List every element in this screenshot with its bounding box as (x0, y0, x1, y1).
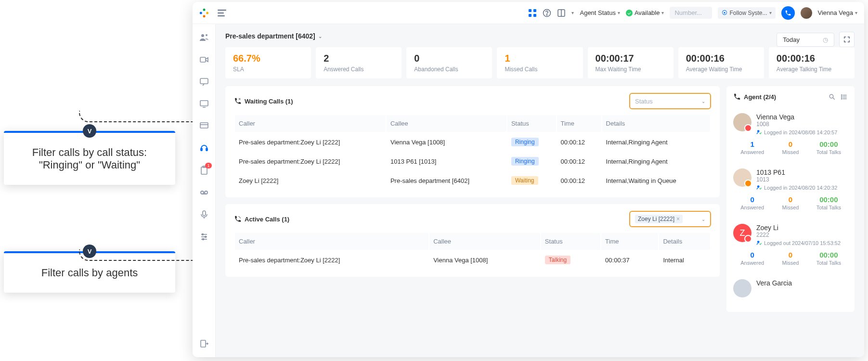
table-header: Time (601, 233, 658, 250)
list-icon[interactable] (841, 93, 848, 101)
cell-callee: Vienna Vega [1008] (429, 251, 540, 269)
connector-curve (79, 111, 91, 122)
table-row[interactable]: Zoey Li [2222] Pre-sales department [640… (235, 171, 710, 190)
mic-icon[interactable] (199, 210, 209, 219)
stat-card: 00:00:16Average Talking Time (769, 47, 855, 78)
table-header: Callee (387, 115, 506, 132)
date-filter[interactable]: Today◷ (777, 33, 834, 47)
voicemail-icon[interactable] (199, 188, 209, 197)
stat-value: 66.7% (233, 53, 303, 64)
agent-missed: 0 (771, 195, 809, 204)
agent-status-dropdown[interactable]: Agent Status▾ (580, 9, 620, 16)
stat-label: Abandoned Calls (414, 66, 484, 73)
main-content: Pre-sales department [6402]⌄ Today◷ 66.7… (216, 24, 864, 357)
agent-avatar (733, 279, 751, 297)
svg-rect-6 (529, 14, 531, 17)
panel-title: Active Calls (1) (234, 215, 289, 223)
contacts-icon[interactable] (199, 33, 209, 42)
svg-point-0 (203, 8, 206, 11)
headset-icon[interactable] (199, 143, 209, 153)
stat-card: 0Abandoned Calls (406, 47, 492, 78)
table-header: Status (507, 115, 556, 132)
agent-icon (733, 93, 741, 101)
svg-point-43 (757, 130, 759, 132)
active-calls-table: CallerCalleeStatusTimeDetails Pre-sales … (234, 232, 711, 270)
stat-card: 00:00:16Average Waiting Time (678, 47, 764, 78)
status-badge: Waiting (511, 176, 538, 185)
svg-point-13 (206, 34, 207, 36)
agent-card[interactable]: 1013 P61 1013 Logged in 2024/08/20 14:20… (733, 163, 848, 218)
status-badge: Talking (545, 256, 570, 264)
callout-status-filter: V Filter calls by call status: "Ringing"… (4, 131, 175, 185)
chip-remove-icon[interactable]: × (676, 216, 680, 222)
table-header: Details (602, 115, 710, 132)
agent-panel-title: Agent (2/4) (744, 93, 776, 101)
svg-point-33 (202, 239, 204, 240)
agent-missed: 0 (771, 251, 809, 259)
table-row[interactable]: Pre-sales department:Zoey Li [2222] 1013… (235, 152, 710, 170)
agent-talks: 00:00 (810, 195, 848, 204)
app-window: ▾ Agent Status▾ Available▾ Number... ⦿Fo… (193, 2, 864, 357)
agent-name: Zoey Li (756, 224, 848, 232)
cell-details: Internal,Ringing Agent (602, 133, 710, 151)
agent-answered: 0 (733, 251, 771, 259)
settings-icon[interactable] (199, 232, 209, 242)
svg-rect-15 (200, 78, 208, 84)
user-menu[interactable]: Vienna Vega▾ (818, 9, 858, 16)
exit-icon[interactable] (199, 339, 209, 348)
agent-card[interactable]: Vera Garcia (733, 273, 848, 305)
expand-button[interactable] (839, 32, 855, 47)
cell-caller: Pre-sales department:Zoey Li [2222] (235, 251, 428, 269)
chat-icon[interactable] (199, 77, 209, 87)
grid-icon[interactable] (528, 9, 537, 17)
search-icon[interactable] (829, 93, 836, 101)
availability-dropdown[interactable]: Available▾ (626, 9, 664, 16)
queue-selector[interactable]: Pre-sales department [6402]⌄ (225, 32, 322, 40)
agent-card[interactable]: Vienna Vega 1008 Logged in 2024/08/08 14… (733, 107, 848, 163)
stats-row: 66.7%SLA2Answered Calls0Abandoned Calls1… (225, 47, 855, 78)
cell-caller: Zoey Li [2222] (235, 171, 386, 190)
menu-toggle-icon[interactable] (218, 10, 226, 16)
video-icon[interactable] (199, 55, 209, 64)
dial-number-input[interactable]: Number... (670, 7, 712, 19)
agent-log-status: Logged out 2024/07/10 15:53:52 (756, 240, 848, 246)
user-avatar[interactable] (801, 7, 812, 19)
table-header: Callee (429, 233, 540, 250)
cell-status: Waiting (507, 171, 556, 190)
table-row[interactable]: Pre-sales department:Zoey Li [2222] Vien… (235, 251, 710, 269)
stat-label: Average Talking Time (777, 66, 847, 73)
cell-status: Talking (541, 251, 600, 269)
status-filter-select[interactable]: Status⌄ (629, 93, 711, 109)
svg-rect-14 (200, 57, 206, 62)
svg-rect-16 (200, 101, 208, 106)
svg-point-44 (757, 186, 759, 188)
svg-rect-4 (529, 9, 531, 12)
agent-filter-select[interactable]: Zoey Li [2222]× ⌄ (629, 211, 711, 227)
agent-log-status: Logged in 2024/08/08 14:20:57 (756, 129, 848, 135)
badge-count: 1 (205, 163, 211, 168)
panel-icon[interactable] (557, 9, 566, 17)
active-calls-panel: Active Calls (1) Zoey Li [2222]× ⌄ Calle… (225, 204, 720, 277)
help-icon[interactable] (543, 9, 551, 17)
callout-badge: V (83, 124, 96, 138)
agent-card[interactable]: Z Zoey Li 2222 Logged out 2024/07/10 15:… (733, 218, 848, 273)
svg-rect-34 (201, 340, 206, 347)
clipboard-icon[interactable]: 1 (199, 166, 209, 175)
monitor-icon[interactable] (199, 99, 209, 109)
topbar: ▾ Agent Status▾ Available▾ Number... ⦿Fo… (193, 2, 864, 24)
stat-value: 2 (324, 53, 394, 64)
table-row[interactable]: Pre-sales department:Zoey Li [2222] Vien… (235, 133, 710, 151)
stat-label: SLA (233, 66, 303, 73)
cell-time: 00:00:12 (557, 171, 601, 190)
callout-text: Filter calls by agents (41, 267, 138, 279)
table-header: Status (541, 233, 600, 250)
follow-system-dropdown[interactable]: ⦿Follow Syste...▾ (718, 7, 775, 19)
filter-chip[interactable]: Zoey Li [2222]× (635, 215, 683, 223)
table-header: Time (557, 115, 601, 132)
stat-card: 66.7%SLA (225, 47, 311, 78)
agent-extension: 1008 (756, 121, 848, 128)
stat-card: 2Answered Calls (316, 47, 402, 78)
agent-missed: 0 (771, 140, 809, 148)
call-button[interactable] (781, 6, 795, 20)
billboard-icon[interactable] (199, 121, 209, 131)
